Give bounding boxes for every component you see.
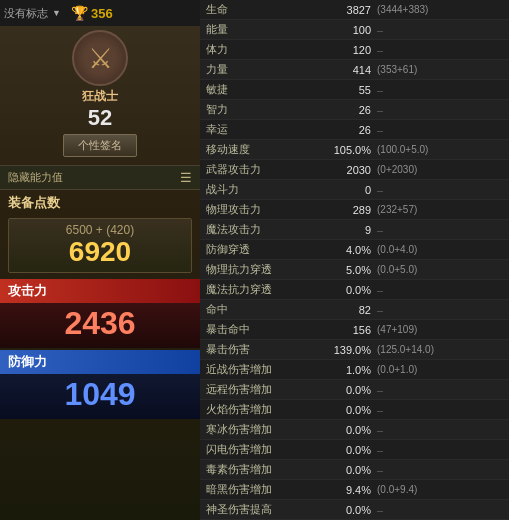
defense-header: 防御力 [0,350,200,374]
stat-value: 0.0% [320,420,375,440]
stat-bonus: (232+57) [375,200,509,220]
stat-value: 120 [320,40,375,60]
stat-bonus: (3444+383) [375,0,509,20]
character-avatar: ⚔ [72,30,128,86]
no-flag-label: 没有标志 [4,6,48,21]
signature-button[interactable]: 个性签名 [63,134,137,157]
stat-name: 神圣伤害提高 [200,500,320,520]
stat-name: 暴击伤害 [200,340,320,360]
stat-bonus: – [375,20,509,40]
stat-name: 防御穿透 [200,240,320,260]
table-row: 寒冰伤害增加0.0%– [200,420,509,440]
stat-value: 82 [320,300,375,320]
stat-value: 55 [320,80,375,100]
table-row: 火焰伤害增加0.0%– [200,400,509,420]
stat-bonus: – [375,120,509,140]
stat-value: 5.0% [320,260,375,280]
hidden-stats-icon: ☰ [180,170,192,185]
stat-bonus: – [375,100,509,120]
equip-points-display: 6500 + (420) 6920 [8,218,192,273]
character-icon: ⚔ [88,42,113,75]
trophy-area: 🏆 356 [71,5,113,21]
table-row: 体力120– [200,40,509,60]
stat-bonus: – [375,40,509,60]
stat-name: 敏捷 [200,80,320,100]
stat-bonus: (0.0+9.4) [375,480,509,500]
equip-title: 装备点数 [8,194,192,212]
stat-name: 物理攻击力 [200,200,320,220]
stat-value: 0.0% [320,400,375,420]
defense-value-box: 1049 [0,374,200,419]
stat-bonus: (353+61) [375,60,509,80]
stat-name: 命中 [200,300,320,320]
stat-name: 力量 [200,60,320,80]
table-row: 生命3827(3444+383) [200,0,509,20]
character-level: 52 [88,107,112,129]
stat-value: 0.0% [320,380,375,400]
equip-sub: 6500 + (420) [17,223,183,237]
stat-name: 战斗力 [200,180,320,200]
stat-value: 2030 [320,160,375,180]
right-panel: 生命3827(3444+383)能量100–体力120–力量414(353+61… [200,0,509,520]
table-row: 敏捷55– [200,80,509,100]
hidden-stats-label: 隐藏能力值 [8,170,63,185]
table-row: 近战伤害增加1.0%(0.0+1.0) [200,360,509,380]
stat-value: 9.4% [320,480,375,500]
stat-value: 105.0% [320,140,375,160]
trophy-icon: 🏆 [71,5,88,21]
stat-bonus: – [375,400,509,420]
equip-total: 6920 [17,237,183,268]
stat-name: 闪电伤害增加 [200,440,320,460]
stat-name: 毒素伤害增加 [200,460,320,480]
stat-name: 体力 [200,40,320,60]
stat-bonus: – [375,180,509,200]
table-row: 物理抗力穿透5.0%(0.0+5.0) [200,260,509,280]
table-row: 暗黑伤害增加9.4%(0.0+9.4) [200,480,509,500]
stat-name: 近战伤害增加 [200,360,320,380]
character-name: 狂战士 [82,88,118,105]
attack-section: 攻击力 2436 [0,279,200,348]
stat-bonus: (0.0+5.0) [375,260,509,280]
stat-name: 移动速度 [200,140,320,160]
stat-value: 414 [320,60,375,80]
table-row: 智力26– [200,100,509,120]
stat-name: 火焰伤害增加 [200,400,320,420]
table-row: 能量100– [200,20,509,40]
table-row: 毒素伤害增加0.0%– [200,460,509,480]
stat-bonus: – [375,80,509,100]
stat-value: 9 [320,220,375,240]
stat-bonus: – [375,280,509,300]
stat-value: 100 [320,20,375,40]
attack-header: 攻击力 [0,279,200,303]
stats-tbody: 生命3827(3444+383)能量100–体力120–力量414(353+61… [200,0,509,520]
attack-value: 2436 [64,305,135,341]
table-row: 物理攻击力289(232+57) [200,200,509,220]
table-row: 暴击命中156(47+109) [200,320,509,340]
stat-value: 3827 [320,0,375,20]
stat-value: 4.0% [320,240,375,260]
table-row: 魔法抗力穿透0.0%– [200,280,509,300]
hidden-stats-bar[interactable]: 隐藏能力值 ☰ [0,165,200,190]
table-row: 闪电伤害增加0.0%– [200,440,509,460]
table-row: 魔法攻击力9– [200,220,509,240]
stats-table: 生命3827(3444+383)能量100–体力120–力量414(353+61… [200,0,509,520]
table-row: 幸运26– [200,120,509,140]
stat-name: 暗黑伤害增加 [200,480,320,500]
table-row: 暴击伤害139.0%(125.0+14.0) [200,340,509,360]
stat-name: 物理抗力穿透 [200,260,320,280]
equip-section: 装备点数 6500 + (420) 6920 [0,190,200,275]
defense-section: 防御力 1049 [0,350,200,419]
stat-bonus: (125.0+14.0) [375,340,509,360]
stat-bonus: (100.0+5.0) [375,140,509,160]
stat-name: 魔法攻击力 [200,220,320,240]
stat-bonus: – [375,380,509,400]
stat-bonus: – [375,500,509,520]
stat-name: 魔法抗力穿透 [200,280,320,300]
stat-name: 远程伤害增加 [200,380,320,400]
table-row: 武器攻击力2030(0+2030) [200,160,509,180]
stat-name: 能量 [200,20,320,40]
table-row: 远程伤害增加0.0%– [200,380,509,400]
stat-value: 289 [320,200,375,220]
table-row: 防御穿透4.0%(0.0+4.0) [200,240,509,260]
dropdown-icon[interactable]: ▼ [52,8,61,18]
